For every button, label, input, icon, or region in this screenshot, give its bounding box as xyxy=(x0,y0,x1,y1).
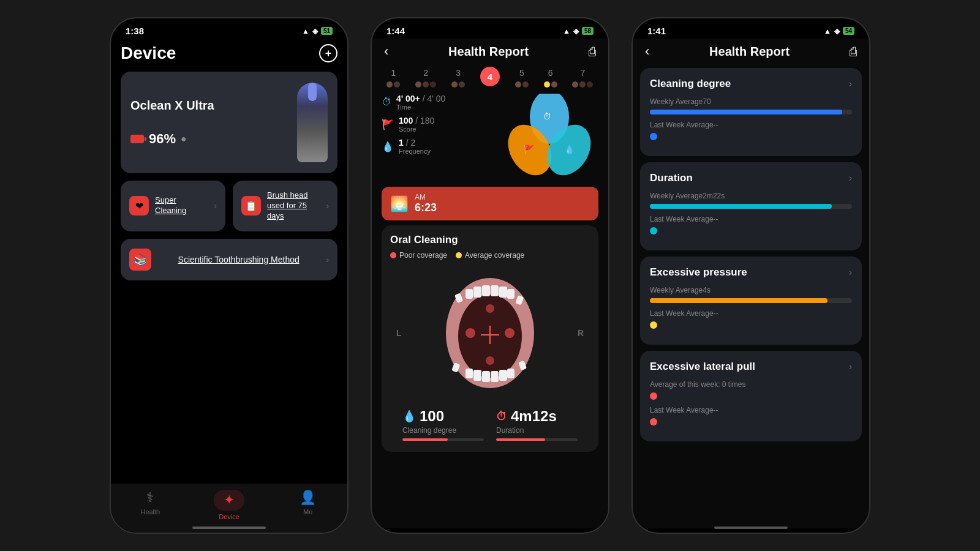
day-4-active[interactable]: 4 xyxy=(480,68,500,88)
day-dot xyxy=(522,81,529,88)
health-icon: ⚕ xyxy=(146,490,154,506)
score-label: Score xyxy=(399,126,434,133)
pressure-card[interactable]: Excessive pressure › Weekly Average4s La… xyxy=(640,257,862,345)
cleaning-weekly-bar xyxy=(650,110,842,114)
battery-icon-red xyxy=(130,135,144,143)
status-icons-2: ▲ ◈ 58 xyxy=(563,27,594,36)
cleaning-value: 100 xyxy=(420,408,444,425)
status-icons-3: ▲ ◈ 54 xyxy=(824,27,854,36)
home-indicator-3 xyxy=(714,527,788,528)
day-dot xyxy=(394,81,400,88)
cleaning-degree-card[interactable]: Cleaning degree › Weekly Average70 Last … xyxy=(640,68,862,156)
back-button-2[interactable]: ‹ xyxy=(384,43,388,59)
day-2[interactable]: 2 xyxy=(415,68,436,88)
lateral-lastweek-label: Last Week Average-- xyxy=(650,406,852,414)
lateral-lastweek: Last Week Average-- xyxy=(650,406,852,425)
add-device-button[interactable]: + xyxy=(319,44,337,62)
svg-rect-13 xyxy=(507,289,514,299)
flower-graphic: ⏱ 🚩 💧 xyxy=(500,94,598,179)
right-label: R xyxy=(578,328,584,338)
share-button-3[interactable]: ⎙ xyxy=(850,45,857,59)
cleaning-degree-stat: 💧 100 Cleaning degree xyxy=(402,408,484,441)
pressure-chevron: › xyxy=(849,267,852,278)
duration-chevron: › xyxy=(849,173,852,184)
super-cleaning-card[interactable]: ❤ Super Cleaning › xyxy=(121,181,225,231)
lateral-card[interactable]: Excessive lateral pull › Average of this… xyxy=(640,351,862,441)
header-3: ‹ Health Report ⎙ xyxy=(633,39,869,68)
arrow-icon-1: › xyxy=(214,201,217,211)
battery-dot: ● xyxy=(181,133,187,144)
status-time-2: 1:44 xyxy=(386,26,405,36)
day-dot xyxy=(451,81,458,88)
pressure-weekly-label: Weekly Average4s xyxy=(650,286,852,294)
svg-rect-21 xyxy=(507,369,514,378)
day-dot xyxy=(515,81,521,88)
back-button-3[interactable]: ‹ xyxy=(645,43,649,59)
heart-icon: ❤ xyxy=(129,196,149,216)
lateral-title: Excessive lateral pull xyxy=(650,361,755,373)
duration-weekly-label: Weekly Average2m22s xyxy=(650,192,852,200)
day-dot xyxy=(579,81,586,88)
day-dot xyxy=(430,81,436,88)
wifi-icon-2: ◈ xyxy=(573,27,579,36)
nav-health[interactable]: ⚕ Health xyxy=(111,490,190,515)
method-card[interactable]: 📚 Scientific Toothbrushing Method › xyxy=(121,239,337,280)
cleaning-weekly: Weekly Average70 xyxy=(650,97,852,114)
day-5[interactable]: 5 xyxy=(515,68,529,88)
pressure-weekly-bar xyxy=(650,298,827,303)
svg-point-28 xyxy=(486,304,494,313)
time-value-badge: 6:23 xyxy=(415,201,437,214)
duration-stat: ⏱ 4m12s Duration xyxy=(496,408,578,441)
method-icon: 📚 xyxy=(129,249,151,271)
duration-lastweek-dot xyxy=(650,227,657,234)
day-dot xyxy=(386,81,393,88)
nav-device[interactable]: ✦ Device xyxy=(190,490,269,520)
day-6[interactable]: 6 xyxy=(544,68,557,88)
status-time-3: 1:41 xyxy=(647,26,666,36)
svg-rect-8 xyxy=(466,289,473,299)
duration-value: 4m12s xyxy=(511,408,557,425)
nav-health-label: Health xyxy=(140,508,160,515)
day-dot xyxy=(544,81,550,88)
svg-point-26 xyxy=(466,328,475,338)
legend-avg: Average coverage xyxy=(456,251,524,260)
day-selector: 1 2 3 xyxy=(372,66,608,94)
stats-flower-row: ⏱ 4' 00+ / 4' 00 Time 🚩 100 / 180 Score xyxy=(372,94,608,182)
pressure-weekly: Weekly Average4s xyxy=(650,286,852,303)
day-7[interactable]: 7 xyxy=(572,68,593,88)
pressure-lastweek-dot xyxy=(650,321,657,329)
battery-1: 51 xyxy=(321,27,333,35)
battery-2: 58 xyxy=(582,27,594,35)
lateral-weekly-label: Average of this week: 0 times xyxy=(650,380,852,389)
duration-label: Duration xyxy=(496,426,578,435)
teeth-svg xyxy=(441,272,539,394)
legend-poor-label: Poor coverage xyxy=(399,251,447,260)
arrow-icon-2: › xyxy=(326,201,329,211)
brush-head-card[interactable]: 📋 Brush head used for 75 days › xyxy=(233,181,337,231)
svg-rect-16 xyxy=(466,369,473,378)
legend-dot-red xyxy=(390,252,396,258)
status-icons-1: ▲ ◈ 51 xyxy=(302,27,333,36)
nav-me[interactable]: 👤 Me xyxy=(268,490,347,515)
nav-device-label: Device xyxy=(219,513,239,520)
method-arrow: › xyxy=(326,255,329,264)
svg-rect-19 xyxy=(491,371,499,382)
day-1[interactable]: 1 xyxy=(386,68,400,88)
drop-icon: 💧 xyxy=(402,410,416,423)
svg-point-29 xyxy=(486,356,494,365)
header-title-2: Health Report xyxy=(448,45,529,59)
oral-title: Oral Cleaning xyxy=(390,234,590,246)
cleaning-lastweek: Last Week Average-- xyxy=(650,121,852,140)
phone-3-stats: 1:41 ▲ ◈ 54 ‹ Health Report ⎙ Cleaning d… xyxy=(631,17,870,534)
duration-card[interactable]: Duration › Weekly Average2m22s Last Week… xyxy=(640,162,862,250)
time-value: 4' 00+ / 4' 00 xyxy=(396,94,445,103)
pressure-lastweek-label: Last Week Average-- xyxy=(650,309,852,318)
svg-rect-18 xyxy=(482,371,490,382)
lateral-chevron: › xyxy=(849,361,852,372)
duration-weekly-bar xyxy=(650,204,832,209)
cleaning-lastweek-dot xyxy=(650,133,657,140)
share-button-2[interactable]: ⎙ xyxy=(589,45,596,59)
day-3[interactable]: 3 xyxy=(451,68,465,88)
legend-dot-yellow xyxy=(456,252,462,258)
day-dot xyxy=(572,81,578,88)
